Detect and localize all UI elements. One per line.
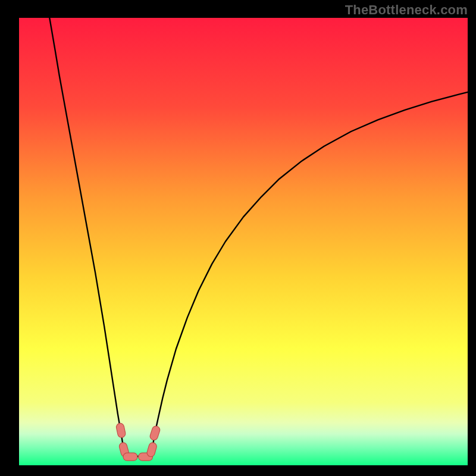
chart-stage: TheBottleneck.com bbox=[0, 0, 476, 476]
marker-mid-left bbox=[123, 453, 137, 461]
gradient-background bbox=[19, 18, 468, 465]
svg-rect-2 bbox=[123, 453, 137, 461]
watermark-text: TheBottleneck.com bbox=[345, 2, 468, 18]
bottleneck-chart bbox=[0, 0, 476, 476]
